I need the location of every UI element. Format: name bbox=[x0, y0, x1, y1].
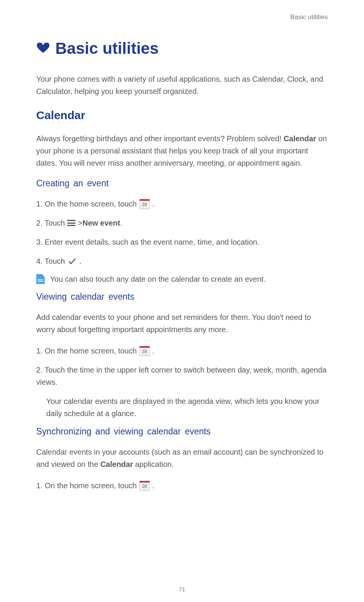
text-bold: Calendar bbox=[283, 134, 316, 143]
page-number: 71 bbox=[0, 586, 364, 592]
step-text: 2. Touch the time in the upper left corn… bbox=[36, 364, 328, 388]
sync-step-1: 1. On the home screen, touch 28 . bbox=[36, 479, 328, 492]
subsection-viewing-events: Viewing calendar events bbox=[36, 292, 328, 302]
step-text: . bbox=[152, 198, 155, 210]
step-text: 1. On the home screen, touch bbox=[36, 198, 137, 210]
note-text: You can also touch any date on the calen… bbox=[50, 275, 266, 284]
text: Always forgetting birthdays and other im… bbox=[36, 134, 283, 143]
utilities-icon bbox=[36, 41, 50, 56]
step-text: . bbox=[120, 217, 122, 229]
step-text-bold: New event bbox=[82, 217, 120, 229]
text: Calendar events in your accounts (such a… bbox=[36, 448, 324, 468]
text-bold: Calendar bbox=[100, 460, 133, 468]
subsection-sync-events: Synchronizing and viewing calendar event… bbox=[36, 426, 328, 437]
section-calendar-intro: Always forgetting birthdays and other im… bbox=[36, 132, 328, 169]
section-calendar-title: Calendar bbox=[36, 109, 328, 122]
page-container: Basic utilities Basic utilities Your pho… bbox=[0, 0, 364, 602]
step-1: 1. On the home screen, touch 28 . bbox=[36, 198, 328, 210]
step-text: 3. Enter event details, such as the even… bbox=[36, 236, 259, 248]
chapter-title-row: Basic utilities bbox=[36, 39, 328, 58]
step-text: . bbox=[152, 479, 155, 492]
running-header: Basic utilities bbox=[36, 13, 328, 21]
viewing-intro: Add calendar events to your phone and se… bbox=[36, 311, 328, 336]
calendar-icon-number: 28 bbox=[140, 201, 150, 208]
calendar-icon-number: 28 bbox=[140, 348, 150, 355]
note: You can also touch any date on the calen… bbox=[36, 274, 328, 284]
step-text: . bbox=[152, 345, 155, 357]
step-text: . bbox=[79, 255, 82, 267]
step-text: > bbox=[78, 217, 82, 229]
calendar-app-icon: 28 bbox=[139, 346, 150, 356]
calendar-app-icon: 28 bbox=[139, 199, 150, 209]
calendar-app-icon: 28 bbox=[139, 481, 150, 491]
view-step-2: 2. Touch the time in the upper left corn… bbox=[36, 364, 328, 388]
calendar-icon-number: 28 bbox=[140, 483, 150, 490]
step-4: 4. Touch . bbox=[36, 255, 328, 267]
step-text: 4. Touch bbox=[36, 255, 65, 267]
view-step-1: 1. On the home screen, touch 28 . bbox=[36, 345, 328, 357]
view-step-2-sub: Your calendar events are displayed in th… bbox=[46, 395, 328, 420]
menu-icon bbox=[67, 220, 76, 226]
sync-intro: Calendar events in your accounts (such a… bbox=[36, 446, 328, 470]
step-text: 2. Touch bbox=[36, 217, 65, 229]
subsection-creating-event: Creating an event bbox=[36, 178, 328, 189]
checkmark-icon bbox=[67, 257, 77, 265]
step-3: 3. Enter event details, such as the even… bbox=[36, 236, 328, 248]
step-2: 2. Touch > New event . bbox=[36, 217, 328, 229]
text: application. bbox=[133, 460, 174, 468]
intro-paragraph: Your phone comes with a variety of usefu… bbox=[36, 73, 328, 97]
step-text: 1. On the home screen, touch bbox=[36, 345, 137, 357]
step-text: 1. On the home screen, touch bbox=[36, 479, 137, 492]
chapter-title: Basic utilities bbox=[55, 39, 159, 58]
note-icon bbox=[36, 274, 45, 284]
